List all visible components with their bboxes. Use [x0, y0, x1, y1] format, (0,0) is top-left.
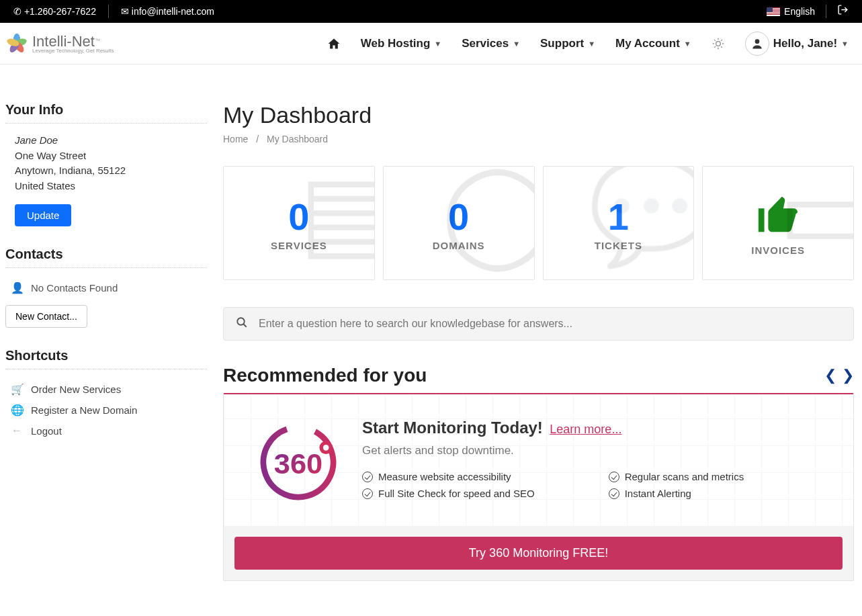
- recommended-heading: Recommended for you: [223, 365, 427, 386]
- your-info-title: Your Info: [5, 102, 207, 124]
- update-button[interactable]: Update: [15, 204, 71, 226]
- learn-more-link[interactable]: Learn more...: [550, 423, 621, 436]
- breadcrumb-current: My Dashboard: [267, 134, 328, 144]
- sun-gear-icon: [712, 37, 725, 50]
- arrow-left-icon: ←: [11, 425, 23, 437]
- nav-web-hosting[interactable]: Web Hosting▼: [361, 37, 441, 50]
- nav-services[interactable]: Services▼: [462, 37, 520, 50]
- carousel-prev[interactable]: ❮: [824, 367, 836, 384]
- logo-icon: [5, 32, 28, 55]
- nav-my-account[interactable]: My Account▼: [615, 37, 691, 50]
- shortcut-order-services[interactable]: 🛒 Order New Services: [5, 379, 207, 400]
- brand-logo[interactable]: Intelli-Net™ Leverage Technology, Get Re…: [5, 32, 114, 55]
- globe-icon: 🌐: [11, 404, 23, 416]
- tile-domains[interactable]: ◯ 0 DOMAINS: [383, 166, 535, 280]
- user-country: United States: [15, 179, 207, 194]
- no-contacts-row: 👤 No Contacts Found: [5, 277, 207, 298]
- svg-line-11: [721, 46, 722, 48]
- language-selector[interactable]: English: [767, 6, 815, 17]
- nav-home[interactable]: [327, 37, 341, 50]
- phone-link[interactable]: ✆ +1.260-267-7622: [13, 6, 96, 17]
- utility-bar: ✆ +1.260-267-7622 ✉ info@intelli-net.com…: [0, 0, 862, 23]
- shortcuts-title: Shortcuts: [5, 348, 207, 369]
- tile-invoices[interactable]: ▭ INVOICES: [702, 166, 854, 280]
- shortcuts-panel: Shortcuts 🛒 Order New Services 🌐 Registe…: [5, 348, 207, 441]
- tile-services[interactable]: ▤ 0 SERVICES: [223, 166, 375, 280]
- nav-support[interactable]: Support▼: [540, 37, 595, 50]
- avatar: [745, 32, 769, 56]
- svg-line-12: [721, 40, 722, 41]
- carousel-next[interactable]: ❯: [842, 367, 854, 384]
- svg-text:360: 360: [274, 447, 322, 480]
- breadcrumb: Home / My Dashboard: [223, 134, 854, 144]
- svg-point-19: [323, 445, 329, 451]
- contacts-panel: Contacts 👤 No Contacts Found New Contact…: [5, 247, 207, 328]
- tile-tickets[interactable]: 💬 1 TICKETS: [543, 166, 695, 280]
- envelope-icon: ✉: [121, 6, 129, 17]
- phone-icon: ✆: [13, 6, 21, 17]
- breadcrumb-home[interactable]: Home: [223, 134, 248, 144]
- user-icon: 👤: [11, 281, 23, 294]
- user-street: One Way Street: [15, 148, 207, 164]
- feature-item: Full Site Check for speed and SEO: [362, 488, 535, 499]
- check-icon: [609, 472, 619, 482]
- svg-line-13: [714, 46, 716, 48]
- rec-subtitle: Get alerts and stop downtime.: [362, 444, 833, 457]
- card-icon: ▭: [778, 166, 854, 270]
- kb-search[interactable]: [223, 307, 854, 341]
- svg-point-14: [755, 39, 759, 44]
- try-monitoring-button[interactable]: Try 360 Monitoring FREE!: [234, 537, 843, 570]
- search-icon: [236, 316, 248, 332]
- check-icon: [609, 488, 619, 499]
- globe-icon: ◯: [441, 166, 535, 270]
- email-link[interactable]: ✉ info@intelli-net.com: [121, 6, 214, 17]
- page-title: My Dashboard: [223, 102, 854, 128]
- user-name: Jane Doe: [15, 133, 207, 148]
- check-icon: [362, 472, 373, 482]
- contacts-title: Contacts: [5, 247, 207, 268]
- logout-icon[interactable]: [837, 4, 849, 19]
- us-flag-icon: [767, 7, 780, 16]
- chat-icon: 💬: [588, 166, 694, 271]
- recommended-card: 360 Start Monitoring Today! Learn more..…: [223, 393, 854, 581]
- svg-line-16: [243, 324, 247, 327]
- svg-point-5: [716, 41, 720, 46]
- kb-search-input[interactable]: [259, 318, 841, 330]
- monitoring-360-icon: 360: [255, 419, 342, 506]
- home-icon: [327, 37, 341, 50]
- rec-title: Start Monitoring Today!: [362, 419, 543, 437]
- svg-point-15: [237, 318, 245, 325]
- feature-item: Regular scans and metrics: [609, 471, 744, 482]
- theme-toggle[interactable]: [712, 37, 725, 50]
- user-city: Anytown, Indiana, 55122: [15, 163, 207, 179]
- primary-nav: Intelli-Net™ Leverage Technology, Get Re…: [0, 23, 862, 64]
- user-menu[interactable]: Hello, Jane!▼: [745, 32, 849, 56]
- shortcut-register-domain[interactable]: 🌐 Register a New Domain: [5, 400, 207, 421]
- server-icon: ▤: [299, 166, 375, 270]
- feature-item: Measure website accessibility: [362, 471, 535, 482]
- divider: [108, 5, 109, 18]
- user-icon: [750, 37, 764, 50]
- feature-item: Instant Alerting: [609, 488, 744, 499]
- check-icon: [362, 488, 373, 499]
- your-info-panel: Your Info Jane Doe One Way Street Anytow…: [5, 102, 207, 226]
- divider: [826, 5, 826, 18]
- svg-line-10: [714, 40, 716, 41]
- cart-icon: 🛒: [11, 383, 23, 396]
- brand-tagline: Leverage Technology, Get Results: [32, 48, 114, 54]
- new-contact-button[interactable]: New Contact...: [5, 305, 87, 328]
- shortcut-logout[interactable]: ← Logout: [5, 421, 207, 441]
